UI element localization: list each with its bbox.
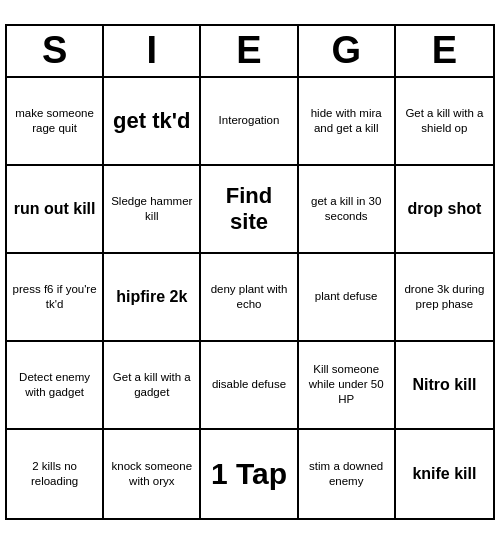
header-letter: G bbox=[299, 26, 396, 76]
cell-label: get tk'd bbox=[113, 108, 190, 134]
header-letter: E bbox=[396, 26, 493, 76]
bingo-cell[interactable]: deny plant with echo bbox=[201, 254, 298, 342]
bingo-cell[interactable]: Detect enemy with gadget bbox=[7, 342, 104, 430]
cell-label: plant defuse bbox=[315, 289, 378, 304]
bingo-cell[interactable]: get a kill in 30 seconds bbox=[299, 166, 396, 254]
bingo-cell[interactable]: disable defuse bbox=[201, 342, 298, 430]
bingo-cell[interactable]: get tk'd bbox=[104, 78, 201, 166]
bingo-cell[interactable]: Find site bbox=[201, 166, 298, 254]
cell-label: Get a kill with a gadget bbox=[108, 370, 195, 400]
cell-label: deny plant with echo bbox=[205, 282, 292, 312]
bingo-cell[interactable]: knock someone with oryx bbox=[104, 430, 201, 518]
header-letter: S bbox=[7, 26, 104, 76]
bingo-cell[interactable]: press f6 if you're tk'd bbox=[7, 254, 104, 342]
cell-label: Detect enemy with gadget bbox=[11, 370, 98, 400]
cell-label: stim a downed enemy bbox=[303, 459, 390, 489]
bingo-cell[interactable]: Get a kill with a gadget bbox=[104, 342, 201, 430]
cell-label: press f6 if you're tk'd bbox=[11, 282, 98, 312]
cell-label: knife kill bbox=[412, 464, 476, 483]
cell-label: hipfire 2k bbox=[116, 287, 187, 306]
cell-label: Interogation bbox=[219, 113, 280, 128]
cell-label: run out kill bbox=[14, 199, 96, 218]
cell-label: drop shot bbox=[408, 199, 482, 218]
bingo-cell[interactable]: plant defuse bbox=[299, 254, 396, 342]
cell-label: make someone rage quit bbox=[11, 106, 98, 136]
bingo-cell[interactable]: Kill someone while under 50 HP bbox=[299, 342, 396, 430]
bingo-cell[interactable]: 2 kills no reloading bbox=[7, 430, 104, 518]
cell-label: hide with mira and get a kill bbox=[303, 106, 390, 136]
cell-label: 2 kills no reloading bbox=[11, 459, 98, 489]
cell-label: Nitro kill bbox=[412, 375, 476, 394]
bingo-cell[interactable]: hide with mira and get a kill bbox=[299, 78, 396, 166]
header-letter: I bbox=[104, 26, 201, 76]
bingo-cell[interactable]: Interogation bbox=[201, 78, 298, 166]
cell-label: Get a kill with a shield op bbox=[400, 106, 489, 136]
bingo-cell[interactable]: Sledge hammer kill bbox=[104, 166, 201, 254]
bingo-cell[interactable]: knife kill bbox=[396, 430, 493, 518]
bingo-cell[interactable]: run out kill bbox=[7, 166, 104, 254]
bingo-cell[interactable]: drone 3k during prep phase bbox=[396, 254, 493, 342]
cell-label: disable defuse bbox=[212, 377, 286, 392]
cell-label: Sledge hammer kill bbox=[108, 194, 195, 224]
bingo-header: SIEGE bbox=[7, 26, 493, 78]
cell-label: Find site bbox=[205, 183, 292, 236]
bingo-cell[interactable]: make someone rage quit bbox=[7, 78, 104, 166]
bingo-cell[interactable]: hipfire 2k bbox=[104, 254, 201, 342]
cell-label: knock someone with oryx bbox=[108, 459, 195, 489]
cell-label: get a kill in 30 seconds bbox=[303, 194, 390, 224]
bingo-card: SIEGE make someone rage quitget tk'dInte… bbox=[5, 24, 495, 520]
bingo-cell[interactable]: Nitro kill bbox=[396, 342, 493, 430]
cell-label: drone 3k during prep phase bbox=[400, 282, 489, 312]
bingo-grid: make someone rage quitget tk'dInterogati… bbox=[7, 78, 493, 518]
cell-label: 1 Tap bbox=[211, 457, 287, 490]
bingo-cell[interactable]: 1 Tap bbox=[201, 430, 298, 518]
bingo-cell[interactable]: drop shot bbox=[396, 166, 493, 254]
bingo-cell[interactable]: stim a downed enemy bbox=[299, 430, 396, 518]
header-letter: E bbox=[201, 26, 298, 76]
cell-label: Kill someone while under 50 HP bbox=[303, 362, 390, 407]
bingo-cell[interactable]: Get a kill with a shield op bbox=[396, 78, 493, 166]
